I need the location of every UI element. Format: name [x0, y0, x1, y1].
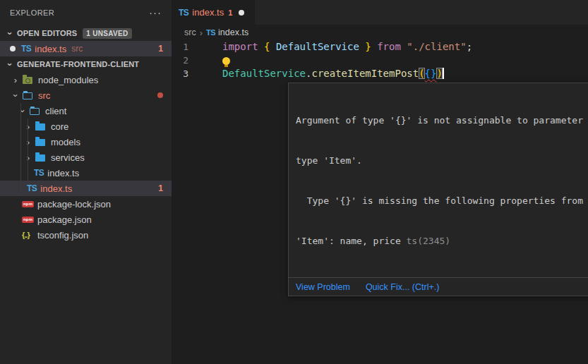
chevron-down-icon: › [5, 26, 16, 40]
npm-file-icon: npm [22, 217, 33, 223]
open-editor-item-index-ts[interactable]: TS index.ts src 1 [0, 41, 172, 56]
more-actions-icon[interactable]: ··· [149, 9, 162, 16]
tab-title: index.ts [192, 7, 224, 18]
chevron-right-icon: › [21, 137, 35, 147]
chevron-down-icon: › [5, 57, 16, 71]
npm-folder-icon [23, 75, 34, 84]
error-message-line: Type '{}' is missing the following prope… [296, 194, 588, 207]
error-code: ts(2345) [407, 236, 451, 246]
typescript-icon: TS [27, 183, 37, 193]
tab-error-count: 1 [228, 8, 232, 17]
breadcrumb: src › TS index.ts [172, 25, 588, 40]
tree-item-tsconfig-json[interactable]: {..} tsconfig.json [0, 227, 172, 243]
tab-index-ts[interactable]: TS index.ts 1 [172, 0, 255, 25]
modified-dot-icon [10, 46, 16, 51]
error-message-line: Argument of type '{}' is not assignable … [296, 114, 588, 127]
open-editor-filename: index.ts [35, 44, 66, 54]
open-folder-icon [23, 91, 34, 99]
hover-actions: View Problem Quick Fix... (Ctrl+.) [289, 277, 588, 296]
breadcrumb-file[interactable]: index.ts [218, 28, 248, 37]
error-message: Argument of type '{}' is not assignable … [289, 83, 588, 277]
line-number: 2 [172, 54, 188, 67]
open-editor-description: src [71, 44, 83, 54]
tree-item-src[interactable]: › src [0, 87, 172, 103]
code-line-2[interactable]: 2 [172, 54, 588, 67]
folder-icon [35, 122, 47, 131]
breadcrumb-folder[interactable]: src [184, 28, 196, 37]
text-cursor [443, 68, 444, 79]
code-line-1[interactable]: 1import { DefaultService } from "./clien… [172, 40, 588, 54]
tree-item-services[interactable]: › services [0, 150, 172, 165]
matched-bracket: ( [419, 68, 424, 79]
typescript-icon: TS [206, 28, 215, 37]
breadcrumb-separator-icon: › [200, 28, 203, 38]
folder-icon [35, 138, 47, 146]
error-hover-tooltip: Argument of type '{}' is not assignable … [288, 83, 588, 296]
json-file-icon: {..} [22, 231, 33, 239]
tree-item-core[interactable]: › core [0, 119, 172, 134]
chevron-down-icon: › [11, 88, 21, 102]
error-count-badge: 1 [158, 44, 163, 54]
typescript-icon: TS [21, 44, 31, 54]
open-editors-section-header[interactable]: › OPEN EDITORS 1 UNSAVED [0, 25, 172, 41]
error-count-badge: 1 [158, 183, 163, 193]
npm-file-icon: npm [22, 201, 33, 207]
tab-modified-dot-icon[interactable] [239, 10, 244, 16]
explorer-sidebar: EXPLORER ··· › OPEN EDITORS 1 UNSAVED TS… [0, 0, 172, 364]
explorer-header: EXPLORER ··· [0, 0, 172, 25]
unsaved-badge: 1 UNSAVED [83, 28, 131, 39]
tree-item-client-index-ts[interactable]: TS index.ts [0, 165, 172, 181]
folder-icon [35, 153, 47, 162]
tree-item-package-json[interactable]: npm package.json [0, 212, 172, 227]
open-folder-icon [30, 107, 41, 115]
chevron-right-icon: › [8, 75, 23, 85]
chevron-down-icon: › [18, 104, 28, 118]
tab-bar: TS index.ts 1 [172, 0, 588, 25]
explorer-title: EXPLORER [10, 8, 54, 17]
quick-fix-link[interactable]: Quick Fix... (Ctrl+.) [366, 282, 440, 292]
tree-item-src-index-ts[interactable]: TS index.ts 1 [0, 181, 172, 196]
tree-item-models[interactable]: › models [0, 134, 172, 150]
line-number: 3 [172, 67, 188, 80]
workspace-label: GENERATE-FRONTEND-CLIENT [17, 60, 139, 68]
tree-item-package-lock-json[interactable]: npm package-lock.json [0, 196, 172, 212]
error-message-line: 'Item': name, price ts(2345) [296, 234, 588, 248]
tree-item-client[interactable]: › client [0, 103, 172, 119]
code-line-3[interactable]: 3DefaultService.createItemItemPost({}) [172, 67, 588, 80]
tree-item-node-modules[interactable]: › node_modules [0, 72, 172, 87]
typescript-icon: TS [34, 168, 44, 178]
lightbulb-icon[interactable] [222, 57, 230, 65]
error-dot-badge [157, 92, 163, 98]
workspace-section-header[interactable]: › GENERATE-FRONTEND-CLIENT [0, 56, 172, 72]
typescript-icon: TS [179, 8, 188, 18]
chevron-right-icon: › [21, 121, 35, 132]
line-number: 1 [172, 40, 188, 54]
matched-bracket: ) [436, 68, 442, 79]
view-problem-link[interactable]: View Problem [296, 282, 350, 292]
vscode-window: { "colors": { "keyword": "#C586C0", "var… [0, 0, 588, 364]
error-message-line: type 'Item'. [296, 154, 588, 167]
open-editors-label: OPEN EDITORS [17, 29, 77, 37]
chevron-right-icon: › [21, 152, 35, 163]
error-squiggle-braces: {} [425, 68, 437, 79]
code-editor: 1import { DefaultService } from "./clien… [172, 40, 588, 80]
